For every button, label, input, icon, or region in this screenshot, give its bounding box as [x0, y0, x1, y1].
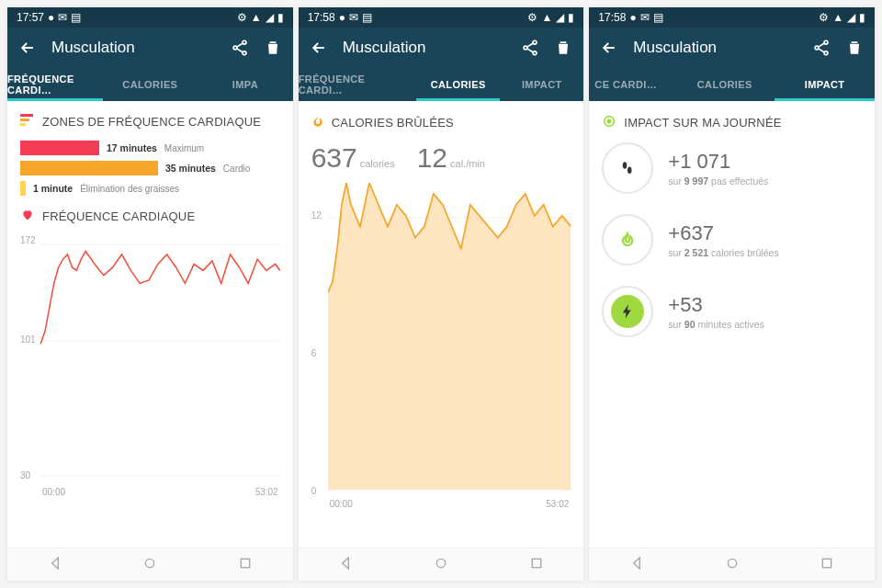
impact-subtitle: sur 9 997 pas effectués: [668, 175, 768, 187]
svg-point-24: [608, 119, 611, 122]
calories-total: 637: [311, 142, 357, 173]
battery-icon: ▮: [277, 11, 284, 24]
calories-summary: 637calories 12cal./min: [311, 142, 571, 174]
app-bar: Musculation: [299, 28, 584, 68]
zone-row: 17 minutes Maximum: [20, 141, 280, 155]
delete-button[interactable]: [845, 39, 864, 57]
tab-heart-rate[interactable]: FRÉQUENCE CARDI…: [7, 68, 103, 101]
svg-point-0: [243, 40, 246, 44]
zone-label: Élimination des graisses: [80, 184, 179, 194]
impact-ring: [602, 142, 653, 194]
impact-row: +53 sur 90 minutes actives: [602, 286, 862, 337]
svg-rect-5: [20, 123, 26, 126]
wifi-icon: ▲: [541, 11, 552, 24]
calories-section-title: CALORIES BRÛLÉES: [311, 114, 571, 131]
status-time: 17:58: [308, 11, 335, 24]
nav-home-button[interactable]: [434, 556, 448, 574]
back-button[interactable]: [18, 39, 37, 57]
mail-icon: ✉: [58, 11, 67, 24]
back-button[interactable]: [310, 39, 328, 57]
tab-calories[interactable]: CALORIES: [103, 68, 198, 101]
svg-point-22: [824, 51, 828, 55]
zone-bar: [20, 141, 99, 155]
tab-calories[interactable]: CALORIES: [416, 68, 500, 101]
heart-rate-chart: 172 101 30 00:00 53:02: [20, 235, 280, 497]
svg-point-27: [728, 559, 736, 567]
app-bar: Musculation: [7, 28, 293, 68]
svg-marker-17: [328, 183, 571, 490]
svg-point-21: [815, 46, 819, 50]
share-button[interactable]: [231, 39, 249, 57]
android-nav-bar: [589, 548, 875, 581]
flame-icon: [611, 223, 644, 256]
share-button[interactable]: [521, 39, 539, 57]
calendar-icon: ▤: [653, 11, 663, 24]
svg-point-20: [824, 40, 828, 44]
svg-point-26: [628, 167, 632, 175]
impact-row: +637 sur 2 521 calories brûlées: [602, 214, 862, 266]
zone-bar: [20, 181, 26, 196]
settings-status-icon: ⚙: [819, 11, 829, 24]
svg-point-9: [146, 559, 154, 567]
calendar-icon: ▤: [362, 11, 372, 24]
tab-calories[interactable]: CALORIES: [674, 68, 775, 101]
content-heart-rate: ZONES DE FRÉQUENCE CARDIAQUE 17 minutes …: [7, 101, 293, 548]
nav-back-button[interactable]: [338, 556, 353, 574]
android-nav-bar: [7, 548, 293, 581]
nav-recent-button[interactable]: [529, 556, 544, 574]
zone-row: 1 minute Élimination des graisses: [20, 181, 280, 196]
bolt-icon: [611, 295, 644, 328]
impact-subtitle: sur 2 521 calories brûlées: [668, 247, 778, 258]
impact-value: +53: [668, 293, 763, 317]
battery-icon: ▮: [568, 11, 574, 24]
nav-recent-button[interactable]: [820, 556, 834, 574]
nav-recent-button[interactable]: [238, 556, 253, 574]
svg-point-1: [233, 46, 237, 50]
svg-rect-3: [20, 114, 33, 117]
nav-back-button[interactable]: [629, 556, 644, 574]
tab-heart-rate[interactable]: FRÉQUENCE CARDI…: [299, 68, 416, 101]
tabs: FRÉQUENCE CARDI… CALORIES IMPACT: [299, 68, 584, 101]
svg-rect-4: [20, 119, 29, 121]
nav-home-button[interactable]: [142, 556, 157, 574]
zone-value: 35 minutes: [165, 163, 216, 174]
svg-rect-10: [241, 559, 249, 567]
impact-ring: [602, 214, 653, 266]
tab-impact[interactable]: IMPACT: [500, 68, 583, 101]
signal-icon: ◢: [556, 11, 564, 24]
phone-screen-heart-rate: 17:57 ● ✉ ▤ ⚙ ▲ ◢ ▮ Musculation FRÉQUENC…: [7, 7, 293, 581]
page-title: Musculation: [51, 39, 135, 57]
status-time: 17:58: [598, 11, 626, 24]
delete-button[interactable]: [554, 39, 572, 57]
status-bar: 17:58 ● ✉ ▤ ⚙ ▲ ◢ ▮: [589, 7, 875, 28]
content-impact: IMPACT SUR MA JOURNÉE +1 071 sur 9 997 p…: [589, 101, 875, 548]
zone-bar: [20, 161, 158, 175]
tab-impact[interactable]: IMPA: [198, 68, 293, 101]
settings-status-icon: ⚙: [237, 11, 247, 24]
steps-icon: [611, 152, 644, 185]
wifi-icon: ▲: [832, 11, 843, 24]
status-bar: 17:57 ● ✉ ▤ ⚙ ▲ ◢ ▮: [7, 7, 293, 28]
tab-heart-rate[interactable]: CE CARDI…: [589, 68, 674, 101]
svg-point-12: [524, 46, 527, 50]
svg-rect-19: [532, 559, 540, 567]
settings-status-icon: ⚙: [527, 11, 537, 24]
flame-icon: [311, 114, 324, 131]
status-time: 17:57: [17, 11, 44, 24]
nav-back-button[interactable]: [48, 556, 62, 574]
page-title: Musculation: [633, 39, 717, 57]
back-button[interactable]: [600, 39, 618, 57]
battery-icon: ▮: [859, 11, 865, 24]
share-button[interactable]: [812, 39, 831, 57]
tab-impact[interactable]: IMPACT: [775, 68, 875, 101]
tabs: FRÉQUENCE CARDI… CALORIES IMPA: [7, 68, 293, 101]
target-icon: [602, 114, 616, 131]
impact-section-title: IMPACT SUR MA JOURNÉE: [602, 114, 862, 131]
page-title: Musculation: [343, 39, 426, 57]
nav-home-button[interactable]: [725, 556, 740, 574]
phone-screen-impact: 17:58 ● ✉ ▤ ⚙ ▲ ◢ ▮ Musculation CE CARDI…: [589, 7, 875, 581]
impact-ring: [602, 286, 653, 337]
zone-label: Cardio: [223, 164, 250, 174]
messenger-icon: ●: [629, 11, 636, 24]
delete-button[interactable]: [264, 39, 282, 57]
